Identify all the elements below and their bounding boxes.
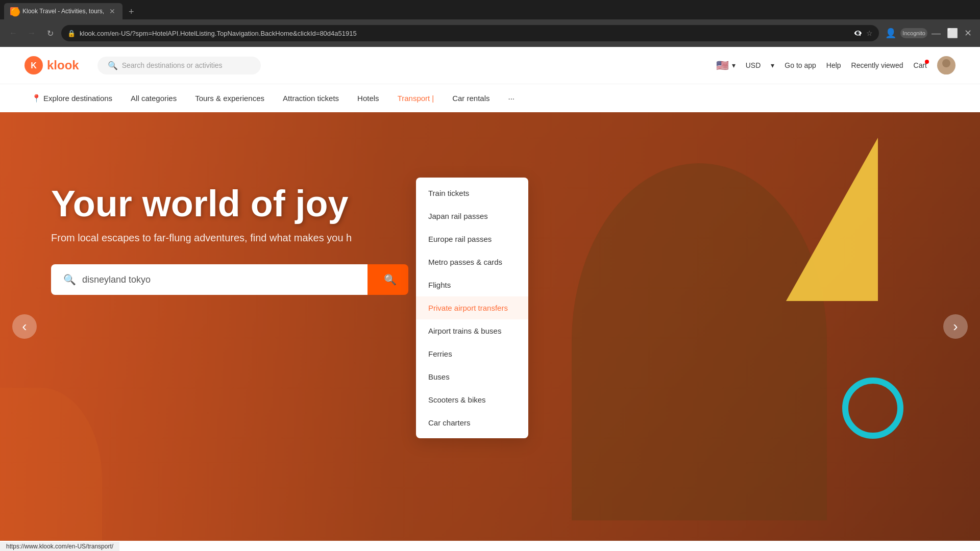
us-flag-icon: 🇺🇸	[716, 59, 729, 71]
hero-content: Your world of joy From local escapes to …	[51, 184, 408, 295]
hero-search-icon: 🔍	[63, 273, 76, 286]
eye-slash-icon: 👁‍🗨	[853, 29, 862, 37]
transport-dropdown-item[interactable]: Airport trains & buses	[416, 319, 528, 342]
tab-favicon: 🟠	[10, 7, 18, 15]
forward-button[interactable]: →	[24, 26, 39, 40]
transport-cursor: |	[432, 94, 434, 103]
search-submit-icon: 🔍	[384, 274, 397, 285]
attraction-tickets-label: Attraction tickets	[283, 94, 339, 103]
address-bar-icons: 👁‍🗨 ☆	[853, 29, 873, 37]
search-bar[interactable]: 🔍 Search destinations or activities	[97, 57, 261, 74]
hero-search-value: disneyland tokyo	[82, 274, 151, 285]
nav-right: 🇺🇸 ▾ USD ▾ Go to app Help Recently viewe…	[716, 56, 955, 74]
transport-dropdown-item[interactable]: Car charters	[416, 411, 528, 434]
explore-destinations-nav[interactable]: 📍 Explore destinations	[24, 90, 119, 107]
svg-point-3	[939, 67, 953, 74]
user-avatar[interactable]	[937, 56, 955, 74]
tab-bar: 🟠 Klook Travel - Activities, tours, ✕ +	[0, 0, 980, 19]
attraction-tickets-nav[interactable]: Attraction tickets	[276, 90, 346, 107]
nav-bar: ← → ↻ 🔒 klook.com/en-US/?spm=HotelAPI.Ho…	[0, 19, 980, 47]
explore-destinations-label: Explore destinations	[43, 94, 112, 103]
currency-selector[interactable]: USD	[746, 61, 761, 69]
transport-dropdown-item[interactable]: Scooters & bikes	[416, 388, 528, 411]
status-url: https://www.klook.com/en-US/transport/	[6, 543, 113, 550]
tab-title: Klook Travel - Activities, tours,	[22, 8, 104, 15]
transport-label: Transport	[398, 94, 430, 103]
currency-arrow[interactable]: ▾	[771, 61, 774, 69]
transport-dropdown-item[interactable]: Japan rail passes	[416, 205, 528, 228]
more-categories-nav[interactable]: ···	[501, 90, 522, 107]
hotels-nav[interactable]: Hotels	[350, 90, 386, 107]
address-bar[interactable]: 🔒 klook.com/en-US/?spm=HotelAPI.HotelLis…	[61, 25, 879, 41]
chevron-right-icon: ›	[953, 318, 958, 335]
transport-dropdown-item[interactable]: Europe rail passes	[416, 228, 528, 251]
active-tab[interactable]: 🟠 Klook Travel - Activities, tours, ✕	[4, 3, 122, 19]
klook-logo-icon: K	[24, 56, 43, 74]
transport-dropdown: Train ticketsJapan rail passesEurope rai…	[416, 178, 528, 438]
tours-experiences-nav[interactable]: Tours & experiences	[188, 90, 272, 107]
go-to-app-link[interactable]: Go to app	[785, 61, 816, 69]
more-icon: ···	[508, 94, 515, 103]
hero-search-form: 🔍 disneyland tokyo 🔍	[51, 264, 408, 295]
hero-subtitle-text: From local escapes to far-flung adventur…	[51, 232, 352, 243]
hero-next-button[interactable]: ›	[943, 314, 968, 339]
lock-icon: 🔒	[67, 30, 76, 37]
category-navigation: 📍 Explore destinations All categories To…	[0, 84, 980, 112]
svg-point-2	[942, 59, 950, 67]
browser-right-icons: 👤 Incognito — ⬜ ✕	[883, 26, 974, 41]
close-button[interactable]: ✕	[962, 26, 974, 41]
tab-close-button[interactable]: ✕	[108, 7, 116, 15]
klook-website: K klook 🔍 Search destinations or activit…	[0, 47, 980, 551]
recently-viewed-link[interactable]: Recently viewed	[851, 61, 903, 69]
cart-icon[interactable]: Cart	[914, 61, 927, 70]
transport-nav[interactable]: Transport |	[390, 90, 442, 107]
refresh-button[interactable]: ↻	[43, 26, 57, 40]
deco-cyan-ring	[842, 378, 903, 439]
language-selector[interactable]: 🇺🇸 ▾	[716, 59, 736, 71]
transport-dropdown-item[interactable]: Ferries	[416, 342, 528, 365]
hotels-label: Hotels	[357, 94, 379, 103]
all-categories-label: All categories	[131, 94, 177, 103]
transport-dropdown-item[interactable]: Flights	[416, 273, 528, 296]
tours-experiences-label: Tours & experiences	[195, 94, 264, 103]
pin-icon: 📍	[32, 94, 41, 103]
back-button[interactable]: ←	[6, 26, 20, 40]
help-link[interactable]: Help	[826, 61, 841, 69]
url-text: klook.com/en-US/?spm=HotelAPI.HotelListi…	[80, 30, 849, 37]
hero-search-button[interactable]: 🔍	[368, 264, 408, 295]
hero-title: Your world of joy	[51, 184, 408, 224]
klook-logo-text: klook	[47, 58, 79, 72]
car-rentals-nav[interactable]: Car rentals	[445, 90, 497, 107]
cart-notification-dot	[925, 60, 929, 64]
klook-logo[interactable]: K klook	[24, 56, 79, 74]
transport-dropdown-item[interactable]: Buses	[416, 365, 528, 388]
deco-yellow-triangle	[786, 138, 878, 301]
minimize-button[interactable]: —	[929, 26, 943, 41]
car-rentals-label: Car rentals	[452, 94, 489, 103]
chevron-left-icon: ‹	[22, 318, 27, 335]
status-bar: https://www.klook.com/en-US/transport/	[0, 542, 119, 551]
star-icon[interactable]: ☆	[866, 29, 873, 37]
search-placeholder: Search destinations or activities	[122, 61, 223, 69]
transport-dropdown-item[interactable]: Metro passes & cards	[416, 251, 528, 273]
transport-dropdown-item[interactable]: Private airport transfers	[416, 296, 528, 319]
profile-icon[interactable]: 👤	[883, 26, 898, 41]
all-categories-nav[interactable]: All categories	[124, 90, 184, 107]
browser-chrome: 🟠 Klook Travel - Activities, tours, ✕ + …	[0, 0, 980, 47]
flag-dropdown-arrow: ▾	[732, 61, 736, 69]
hero-subtitle: From local escapes to far-flung adventur…	[51, 232, 357, 244]
top-navigation: K klook 🔍 Search destinations or activit…	[0, 47, 980, 84]
new-tab-button[interactable]: +	[125, 7, 138, 17]
maximize-button[interactable]: ⬜	[945, 26, 960, 41]
avatar-image	[937, 56, 955, 74]
svg-text:K: K	[31, 61, 37, 70]
incognito-badge: Incognito	[900, 28, 927, 38]
search-icon: 🔍	[108, 61, 118, 70]
transport-dropdown-item[interactable]: Train tickets	[416, 182, 528, 205]
hero-prev-button[interactable]: ‹	[12, 314, 37, 339]
hero-section: Your world of joy From local escapes to …	[0, 112, 980, 541]
hero-search-input[interactable]: 🔍 disneyland tokyo	[51, 264, 368, 295]
